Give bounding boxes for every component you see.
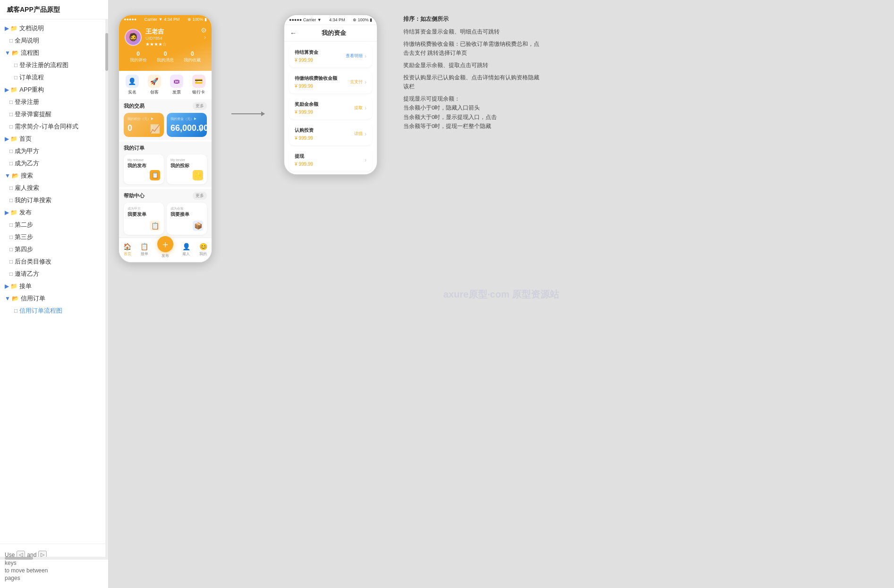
action-realname[interactable]: 👤 实名 (126, 75, 139, 95)
points-card-icon: 📈 (150, 124, 160, 134)
post-order-zh: 我要发单 (128, 211, 160, 218)
fund-item-bonus[interactable]: 奖励金余额 ¥ 999.99 提取 › (289, 96, 372, 119)
nav-accept[interactable]: 📋 接单 (140, 243, 148, 256)
take-order-card[interactable]: 成为创客 我要接单 📦 (167, 203, 207, 235)
sidebar-item-flowchart[interactable]: ▼ 📂 流程图 (0, 47, 108, 59)
fund-card-icon: ¥ (198, 124, 203, 134)
fund-card[interactable]: 我的资金（元）▶ 66,000.00 ¥ (167, 113, 207, 137)
sidebar-item-global-explain[interactable]: □ 全局说明 (0, 34, 108, 47)
invest-action[interactable]: 详情 (354, 131, 363, 137)
sidebar-item-icon-publish: ▶ 📁 (5, 209, 17, 216)
fund-item-tax[interactable]: 待缴纳税费验收金额 ¥ 999.99 去支付 › (289, 70, 372, 94)
tender-en: My tender (170, 158, 203, 162)
sidebar-item-icon-order-search: □ (9, 197, 13, 204)
post-order-card[interactable]: 成为甲方 我要发单 📋 (124, 203, 164, 235)
vertical-scrollbar[interactable] (105, 19, 108, 560)
help-title: 帮助中心 (124, 192, 145, 199)
points-card-sub: 我的积分（元）▶ (128, 117, 160, 121)
my-release-card[interactable]: My release 我的发布 📋 (124, 154, 164, 184)
sidebar-item-employer-search[interactable]: □ 雇人搜索 (0, 182, 108, 194)
sidebar-item-become-a[interactable]: □ 成为甲方 (0, 145, 108, 157)
sidebar-item-connect[interactable]: ▶ 📁 接单 (0, 280, 108, 292)
action-invoice[interactable]: 🎟 发票 (170, 75, 183, 95)
tax-chevron: › (365, 79, 366, 85)
withdraw-left: 提现 ¥ 999.99 (295, 153, 313, 167)
sidebar-item-demand-intro[interactable]: □ 需求简介-订单合同样式 (0, 120, 108, 133)
sidebar-item-search[interactable]: ▼ 📂 搜索 (0, 170, 108, 182)
phone1-dots: ●●●●● (124, 17, 136, 22)
sidebar-item-credit-order[interactable]: ▼ 📂 信用订单 (0, 292, 108, 305)
sidebar-item-label-step4: 第四步 (15, 245, 33, 254)
sidebar-item-step4[interactable]: □ 第四步 (0, 243, 108, 256)
sidebar-item-credit-flow[interactable]: □ 信用订单流程图 (0, 305, 108, 317)
profile-chevron-icon[interactable]: › (204, 34, 206, 41)
sidebar-item-login-register[interactable]: □ 登录注册 (0, 96, 108, 108)
help-more-btn[interactable]: 更多 (193, 192, 207, 200)
sidebar-item-icon-homepage: ▶ 📁 (5, 136, 17, 142)
sidebar-item-backend-modify[interactable]: □ 后台类目修改 (0, 256, 108, 268)
fund-item-withdraw[interactable]: 提现 ¥ 999.99 › (289, 148, 372, 171)
invoice-icon: 🎟 (170, 75, 183, 88)
sidebar-item-label-invite-b: 邀请乙方 (15, 270, 39, 278)
watermark: axure原型·com 原型资源站 (443, 288, 560, 300)
sidebar-item-invite-b[interactable]: □ 邀请乙方 (0, 268, 108, 280)
hint-keys: keys (5, 560, 17, 566)
pending-action[interactable]: 查看明细 (346, 53, 363, 59)
trade-more-btn[interactable]: 更多 (193, 102, 207, 110)
invest-left: 认购投资 ¥ 999.99 (295, 127, 314, 141)
tax-action[interactable]: 去支付 (350, 79, 363, 85)
action-bankcard[interactable]: 💳 银行卡 (192, 75, 205, 95)
sidebar-item-publish[interactable]: ▶ 📁 发布 (0, 206, 108, 219)
bonus-amount: ¥ 999.99 (295, 110, 318, 115)
my-tender-card[interactable]: My tender 我的投标 🌟 (167, 154, 207, 184)
sidebar-item-icon-login-register: □ (9, 99, 13, 105)
release-zh: 我的发布 (128, 162, 160, 169)
sidebar-item-order-flow[interactable]: □ 订单流程 (0, 71, 108, 84)
trade-cards: 我的积分（元）▶ 0 📈 我的资金（元）▶ 66,000.00 ¥ (124, 113, 207, 137)
sidebar-item-app-rebuild[interactable]: ▶ 📁 APP重构 (0, 84, 108, 96)
phone2-header: ← 我的资金 (284, 25, 377, 42)
sidebar-item-become-b[interactable]: □ 成为乙方 (0, 157, 108, 170)
action-creator[interactable]: 🚀 创客 (148, 75, 161, 95)
fund-item-pending[interactable]: 待结算资金 ¥ 999.99 查看明细 › (289, 44, 372, 68)
fund-item-invest[interactable]: 认购投资 ¥ 999.99 详情 › (289, 122, 372, 145)
scrollbar-thumb[interactable] (105, 33, 108, 71)
back-button[interactable]: ← (290, 29, 297, 37)
nav-publish[interactable]: ＋ 发布 (157, 241, 173, 258)
nav-home[interactable]: 🏠 首页 (123, 243, 131, 256)
stat-favorites[interactable]: 0 我的收藏 (184, 51, 201, 63)
mine-icon: 😊 (199, 243, 207, 250)
invest-chevron: › (365, 131, 366, 137)
sidebar-item-label-backend-modify: 后台类目修改 (15, 257, 51, 266)
sidebar-item-icon-credit-order: ▼ 📂 (5, 295, 19, 302)
horiz-scrollbar-thumb[interactable] (5, 557, 33, 560)
nav-mine-label: 我的 (199, 251, 207, 256)
sidebar-item-login-popup[interactable]: □ 登录弹窗提醒 (0, 108, 108, 120)
withdraw-right: › (365, 157, 366, 163)
sidebar-item-login-flow[interactable]: □ 登录注册的流程图 (0, 59, 108, 71)
help-section-header: 帮助中心 更多 (124, 192, 207, 200)
bonus-action[interactable]: 提取 (354, 105, 363, 111)
sidebar-item-label-demand-intro: 需求简介-订单合同样式 (15, 122, 78, 131)
nav-hire[interactable]: 👤 雇人 (182, 243, 190, 256)
sidebar-item-order-search[interactable]: □ 我的订单搜索 (0, 194, 108, 206)
points-card[interactable]: 我的积分（元）▶ 0 📈 (124, 113, 164, 137)
profile-row[interactable]: 🧔 王老吉 UID7854 ★★★★☆ › (125, 27, 206, 47)
sidebar-item-icon-become-b: □ (9, 160, 13, 167)
stat-favorites-num: 0 (184, 51, 201, 57)
sidebar-item-step3[interactable]: □ 第三步 (0, 231, 108, 243)
fab-icon[interactable]: ＋ (157, 236, 173, 252)
sidebar-item-doc-explain[interactable]: ▶ 📁 文档说明 (0, 22, 108, 34)
nav-mine[interactable]: 😊 我的 (199, 243, 207, 256)
sidebar-item-step2[interactable]: □ 第二步 (0, 219, 108, 231)
withdraw-chevron: › (365, 157, 366, 163)
horizontal-scrollbar[interactable] (0, 557, 108, 560)
stat-reviews[interactable]: 0 我的评价 (130, 51, 147, 63)
settings-icon[interactable]: ⚙ (201, 26, 207, 34)
sidebar-item-homepage[interactable]: ▶ 📁 首页 (0, 133, 108, 145)
stat-messages[interactable]: 0 我的消息 (157, 51, 174, 63)
sidebar-item-icon-credit-flow: □ (14, 307, 17, 314)
sidebar-item-icon-step4: □ (9, 246, 13, 253)
phone1-trade-section: 我的交易 更多 我的积分（元）▶ 0 📈 我的资金（元）▶ 66,000.00 … (119, 99, 212, 140)
sidebar-item-icon-step3: □ (9, 234, 13, 240)
